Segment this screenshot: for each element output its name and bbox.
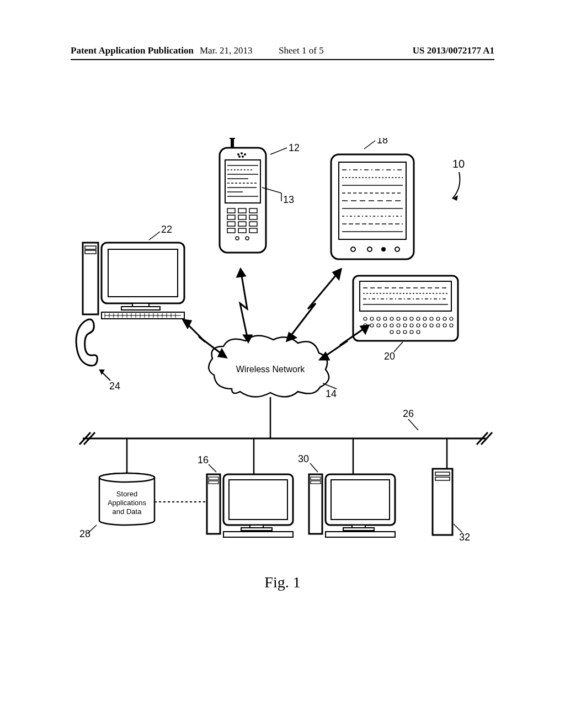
page-header: Patent Application Publication Mar. 21, …: [0, 45, 565, 62]
svg-rect-140: [223, 532, 293, 537]
svg-rect-25: [249, 222, 257, 226]
svg-rect-147: [343, 528, 374, 531]
patent-page: Patent Application Publication Mar. 21, …: [0, 0, 565, 728]
svg-rect-17: [227, 208, 235, 213]
header-publication-label: Patent Application Publication: [71, 45, 194, 56]
ref-30: 30: [298, 453, 309, 464]
server-16-icon: [207, 474, 293, 537]
svg-rect-142: [311, 477, 321, 480]
svg-rect-26: [227, 228, 235, 233]
svg-rect-137: [229, 480, 287, 520]
svg-rect-148: [326, 532, 395, 537]
db-label-1: Stored: [116, 490, 137, 498]
ref-24: 24: [109, 381, 120, 392]
db-label-2: Applications: [108, 499, 147, 507]
ref-12: 12: [289, 142, 300, 153]
svg-point-7: [238, 156, 241, 158]
svg-rect-24: [238, 222, 246, 226]
svg-rect-139: [241, 528, 272, 531]
svg-rect-23: [227, 222, 235, 226]
phone-handset-icon: [76, 319, 97, 366]
header-rule: [71, 59, 494, 60]
svg-rect-51: [108, 249, 178, 297]
svg-rect-21: [238, 215, 246, 220]
mobile-phone-icon: [220, 138, 266, 253]
ref-13: 13: [283, 194, 294, 205]
keyboard-device-icon: [353, 276, 458, 341]
ref-20: 20: [384, 351, 395, 362]
svg-rect-135: [209, 481, 218, 484]
header-pub-number: US 2013/0072177 A1: [413, 45, 494, 56]
svg-point-3: [237, 153, 239, 156]
ref-22: 22: [161, 224, 172, 235]
svg-rect-75: [360, 281, 451, 311]
svg-rect-19: [249, 208, 257, 213]
figure-caption: Fig. 1: [0, 574, 565, 591]
cloud-label: Wireless Network: [236, 365, 305, 374]
svg-rect-0: [231, 138, 234, 148]
header-sheet: Sheet 1 of 5: [279, 45, 324, 56]
svg-rect-18: [238, 208, 246, 213]
server-30-icon: [309, 474, 395, 537]
svg-point-6: [242, 156, 244, 158]
svg-rect-53: [121, 307, 160, 310]
wireless-network-cloud-icon: Wireless Network: [209, 335, 329, 397]
header-date: Mar. 21, 2013: [200, 45, 252, 56]
ref-16: 16: [198, 454, 209, 465]
svg-rect-145: [331, 480, 390, 520]
ref-28: 28: [79, 528, 90, 539]
svg-point-5: [244, 153, 246, 156]
tower-32-icon: [433, 469, 452, 535]
svg-rect-151: [435, 477, 450, 480]
pda-icon: [331, 154, 414, 259]
svg-rect-150: [435, 472, 450, 475]
svg-rect-27: [238, 228, 246, 233]
ref-10: 10: [452, 158, 465, 170]
desktop-top-icon: [83, 243, 184, 319]
svg-rect-134: [209, 477, 218, 480]
svg-rect-143: [311, 481, 321, 484]
svg-point-4: [241, 152, 243, 154]
ref-14: 14: [326, 388, 337, 399]
svg-rect-1: [230, 138, 235, 139]
db-label-3: and Data: [113, 507, 142, 516]
ref-26: 26: [403, 408, 414, 419]
svg-rect-22: [249, 215, 257, 220]
svg-point-131: [99, 473, 154, 482]
svg-rect-49: [85, 250, 96, 254]
svg-marker-113: [237, 269, 245, 277]
svg-rect-20: [227, 215, 235, 220]
ref-18: 18: [377, 138, 388, 146]
ref-32: 32: [459, 532, 470, 543]
database-icon: Stored Applications and Data: [99, 473, 154, 525]
figure-1: 12 13: [66, 138, 499, 579]
svg-rect-48: [85, 246, 96, 249]
svg-point-44: [381, 247, 386, 251]
svg-rect-28: [249, 228, 257, 233]
